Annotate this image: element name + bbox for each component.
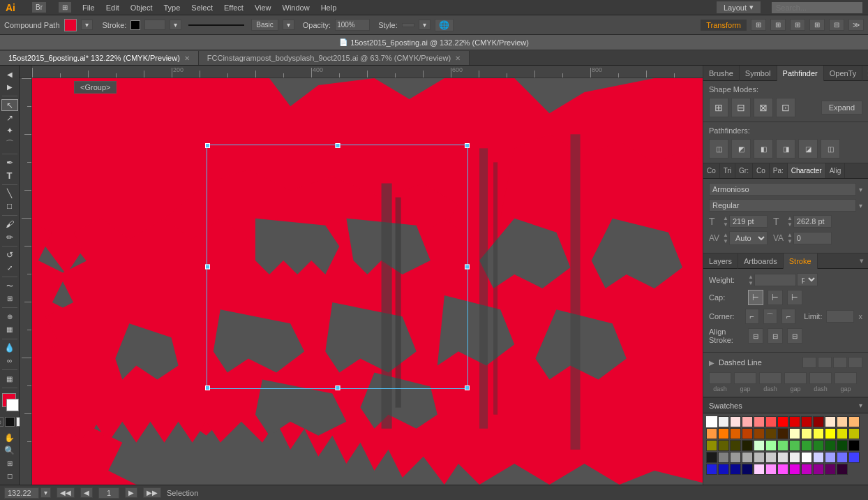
tracking-dn[interactable]: ▼ <box>787 238 793 244</box>
corner-round-btn[interactable]: ⌒ <box>763 309 777 324</box>
line-tool-btn[interactable]: ╲ <box>1 188 18 200</box>
swatch-cell[interactable] <box>813 440 824 451</box>
swatch-cell[interactable] <box>848 452 860 463</box>
canvas-content[interactable]: <Group> <box>32 78 703 485</box>
corner-miter-btn[interactable]: ⌐ <box>745 309 759 324</box>
stroke-weight-input[interactable] <box>144 20 165 30</box>
basic-button[interactable]: Basic <box>251 19 278 31</box>
expand-button[interactable]: Expand <box>821 101 862 115</box>
paintbrush-tool-btn[interactable]: 🖌 <box>1 219 18 230</box>
swatch-cell[interactable] <box>730 416 741 427</box>
black-swatch[interactable] <box>5 417 15 427</box>
swatch-cell[interactable] <box>718 440 729 451</box>
las-collapse-btn[interactable]: ▾ <box>855 256 868 265</box>
swatch-cell[interactable] <box>777 428 788 439</box>
exclude-btn[interactable]: ⊡ <box>776 98 795 117</box>
prev-page-btn[interactable]: ◀◀ <box>57 487 75 498</box>
swatch-cell[interactable] <box>765 464 777 475</box>
swatch-cell[interactable] <box>777 416 788 427</box>
swatch-cell[interactable] <box>813 416 824 427</box>
swatch-cell[interactable] <box>706 428 717 439</box>
font-name-select[interactable]: Armonioso <box>709 183 856 196</box>
swatch-cell[interactable] <box>765 452 777 463</box>
tracking-up[interactable]: ▲ <box>787 232 793 238</box>
align-center-btn[interactable]: ⊟ <box>748 328 763 344</box>
font-size-input[interactable] <box>729 215 768 228</box>
prev-btn[interactable]: ◀ <box>80 487 93 498</box>
leading-dn[interactable]: ▼ <box>787 221 793 228</box>
text-tool-btn[interactable]: T <box>1 170 18 182</box>
swatch-cell[interactable] <box>742 452 753 463</box>
page-num-input[interactable] <box>98 487 119 499</box>
swatch-cell[interactable] <box>789 440 800 451</box>
style-dropdown[interactable]: ▾ <box>419 20 431 30</box>
ctrl-icon-2[interactable]: ⊞ <box>770 19 786 31</box>
swatch-cell[interactable] <box>801 440 812 451</box>
align-outside-btn[interactable]: ⊟ <box>787 328 802 344</box>
rotate-tool-btn[interactable]: ↺ <box>1 249 18 261</box>
zoom-input[interactable] <box>4 487 39 499</box>
gradient-tool-btn[interactable]: ▦ <box>1 323 18 335</box>
pencil-tool-btn[interactable]: ✏ <box>1 231 18 243</box>
panel-expand-btn[interactable]: ▶ <box>1 81 18 93</box>
swatches-collapse-btn[interactable]: ▾ <box>859 402 862 409</box>
recolor-btn[interactable]: 🌐 <box>435 19 454 31</box>
swatch-cell[interactable] <box>730 440 741 451</box>
swatch-cell[interactable] <box>706 440 717 451</box>
dashed-icon-4[interactable] <box>848 357 862 368</box>
swatch-cell[interactable] <box>718 464 729 475</box>
swatch-cell[interactable] <box>718 452 729 463</box>
blend-tool-btn[interactable]: ∞ <box>1 355 18 367</box>
sub-tab-co2[interactable]: Co <box>753 163 770 179</box>
style-btn[interactable] <box>402 23 414 27</box>
hand-tool-btn[interactable]: ✋ <box>1 432 18 443</box>
eyedropper-tool-btn[interactable]: 💧 <box>1 341 18 353</box>
menu-effect[interactable]: Effect <box>224 3 244 12</box>
ctrl-icon-5[interactable]: ⊟ <box>829 19 844 31</box>
menu-view[interactable]: View <box>255 3 271 12</box>
font-size-dn[interactable]: ▼ <box>723 221 728 228</box>
shape-builder-btn[interactable]: ⊕ <box>1 311 18 323</box>
stroke-options-btn[interactable]: ▾ <box>170 20 181 30</box>
swatch-cell[interactable] <box>754 416 765 427</box>
swatch-cell[interactable] <box>848 428 860 439</box>
swatch-cell[interactable] <box>813 428 824 439</box>
swatch-cell[interactable] <box>742 464 753 475</box>
swatch-cell[interactable] <box>789 464 800 475</box>
swatch-cell[interactable] <box>789 428 800 439</box>
dashed-icon-1[interactable] <box>802 357 816 368</box>
weight-up[interactable]: ▲ <box>748 274 754 280</box>
lasso-tool-btn[interactable]: ⌒ <box>1 138 18 151</box>
leading-up[interactable]: ▲ <box>787 215 793 221</box>
tab-1[interactable]: 15ost2015_6posting.ai* 132.22% (CMYK/Pre… <box>0 51 199 65</box>
swatch-cell[interactable] <box>789 452 800 463</box>
ctrl-icon-4[interactable]: ⊞ <box>809 19 825 31</box>
magic-wand-tool-btn[interactable]: ✦ <box>1 125 18 137</box>
background-swatch[interactable] <box>6 399 19 411</box>
tab-symbol[interactable]: Symbol <box>740 66 777 81</box>
sub-tab-character[interactable]: Character <box>788 163 826 179</box>
outline-btn[interactable]: ◪ <box>798 139 818 159</box>
layers-tab[interactable]: Layers <box>703 253 738 269</box>
menu-object[interactable]: Object <box>130 3 153 12</box>
swatch-cell[interactable] <box>777 464 788 475</box>
swatch-cell[interactable] <box>754 440 765 451</box>
direct-selection-tool-btn[interactable]: ↗ <box>1 112 18 124</box>
corner-bevel-btn[interactable]: ⌐ <box>781 309 795 324</box>
swatch-cell[interactable] <box>742 440 753 451</box>
swatch-cell[interactable] <box>789 416 800 427</box>
tab-2-close[interactable]: ✕ <box>455 54 461 62</box>
weight-input[interactable] <box>754 274 796 286</box>
panel-collapse-btn[interactable]: ◀ <box>1 68 18 80</box>
swatch-cell[interactable] <box>730 452 741 463</box>
minus-back-btn[interactable]: ◫ <box>821 139 840 159</box>
selection-tool-btn[interactable]: ↖ <box>1 99 18 111</box>
swatch-cell[interactable] <box>706 452 717 463</box>
fill-options-btn[interactable]: ▾ <box>81 20 93 30</box>
limit-input[interactable] <box>826 310 854 323</box>
artboards-tab[interactable]: Artboards <box>738 253 784 269</box>
next-btn[interactable]: ▶ <box>125 487 137 498</box>
swatch-cell[interactable] <box>813 452 824 463</box>
cap-square-btn[interactable]: ⊢ <box>787 290 802 305</box>
dashed-icon-3[interactable] <box>833 357 847 368</box>
